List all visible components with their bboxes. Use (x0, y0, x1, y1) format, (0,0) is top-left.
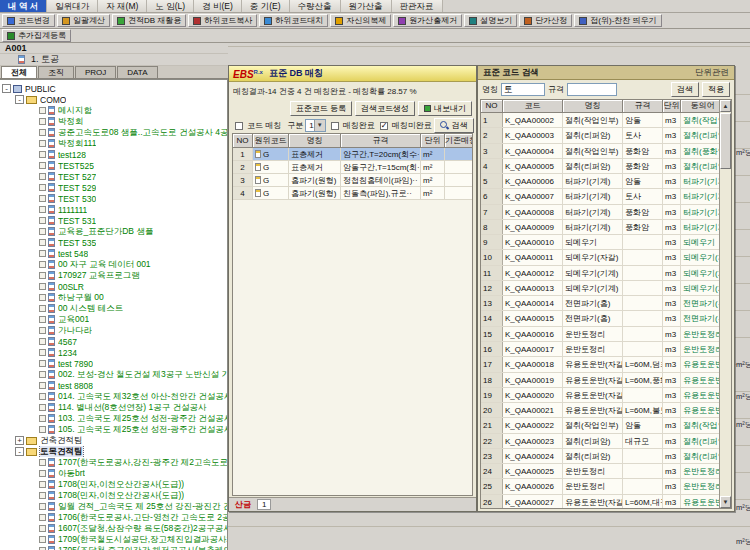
table-row[interactable]: 4K_QAA00005절취(리퍼암)풍화암m3절취(리퍼암) (481, 159, 719, 174)
table-row[interactable]: 16K_QAA00017운반토정리m3운반토정리 (481, 342, 719, 357)
table-row[interactable]: 26K_QAA00027유용토운반(자갈)L=60M,대규모m3유용토운반 (481, 495, 719, 508)
table-row[interactable]: 20K_QAA00021유용토운반(자갈)L=60M,불도저m3유용토운반 (481, 403, 719, 418)
toolbar-button[interactable]: 원가산출제거 (393, 14, 462, 27)
spec-input[interactable] (567, 83, 617, 96)
tree-item[interactable]: 103. 고속국도 제25호선 성전-광주간 건설공사(제1공구) (0, 413, 227, 424)
tree-item[interactable]: 아동brt (0, 468, 227, 479)
tree-item[interactable]: 교육001 (0, 314, 227, 325)
sheet-tab[interactable]: 산금 (235, 499, 251, 510)
table-row[interactable]: 11K_QAA00012되메우기(기계)m3되메우기(기계) (481, 266, 719, 281)
tree-item[interactable]: test 548 (0, 248, 227, 259)
tree-item[interactable]: 공준고속도로08 샘플..고속도로 건설공사 4공구 (3공구) (0, 127, 227, 138)
toolbar-button[interactable]: 설명보기 (464, 14, 517, 27)
table-row[interactable]: 22K_QAA00023절취(리퍼암)대규모m3절취(리퍼암) (481, 434, 719, 449)
code-match-checkbox[interactable] (235, 122, 243, 130)
menu-item[interactable]: 원가산출 (341, 0, 392, 12)
column-header[interactable]: 단위 (663, 100, 681, 113)
menu-item[interactable]: 자 재(M) (98, 0, 147, 12)
column-header[interactable]: 규격 (341, 134, 421, 148)
match-search-button[interactable]: 검색 (434, 118, 474, 133)
tree-item[interactable]: 메시지함 (0, 105, 227, 116)
tree-item[interactable]: 일월 견적_고속국도 제 25호선 강진-광진간 건설공사(1공구) (0, 501, 227, 512)
tree-item[interactable]: TEST 535 (0, 237, 227, 248)
tree-item[interactable]: 박정회111 (0, 138, 227, 149)
vertical-scrollbar[interactable]: ▲ ▼ (719, 100, 731, 508)
toolbar-button[interactable]: 일괄계산 (57, 14, 110, 27)
tree-item[interactable]: 4567 (0, 336, 227, 347)
table-row[interactable]: 1G표층제거암구간,T=20cm(회수·m² (233, 148, 472, 161)
menu-item[interactable]: 일위대가 (47, 0, 98, 12)
scrollbar-track[interactable] (720, 112, 731, 496)
table-row[interactable]: 25K_QAA00026운반토정리m3운반토정리 (481, 479, 719, 494)
tree-item[interactable]: 002. 보성-경산 철도건설 제3공구 노반신설 기타공사 (0, 369, 227, 380)
table-row[interactable]: 14K_QAA00015전면파기(홈)m3전면파기(홈) (481, 311, 719, 326)
tree-item[interactable]: 00 자구 교육 데이터 001 (0, 259, 227, 270)
tree-item[interactable]: TEST 530 (0, 193, 227, 204)
collapse-icon[interactable]: - (15, 95, 24, 104)
scrollbar-thumb[interactable] (720, 113, 731, 169)
unmatched-checkbox[interactable] (380, 122, 388, 130)
toolbar-button[interactable]: 접(위)-찬찬 띄우기 (574, 14, 661, 27)
tree-item[interactable]: TEST 527 (0, 171, 227, 182)
apply-button[interactable]: 적용 (702, 82, 730, 97)
tree-item[interactable]: 가나다라 (0, 325, 227, 336)
tree-item[interactable]: -COMO (0, 94, 227, 105)
table-row[interactable]: 4G홈파기(원형)친돌측(파임),규로··m² (233, 187, 472, 200)
tree-item[interactable]: test128 (0, 149, 227, 160)
name-input[interactable] (501, 83, 545, 96)
tree-item[interactable]: test 8808 (0, 380, 227, 391)
column-header[interactable]: 동의어 (681, 100, 719, 113)
tree-item[interactable]: TEST525 (0, 160, 227, 171)
column-header[interactable]: 단위 (421, 134, 445, 148)
table-row[interactable]: 2G표층제거암돌구간,T=15cm(회··m² (233, 161, 472, 174)
tree-item[interactable]: TEST 529 (0, 182, 227, 193)
tree-item[interactable]: 하남구월 00 (0, 292, 227, 303)
tree-item[interactable]: 00 시스템 테스트 (0, 303, 227, 314)
table-row[interactable]: 2K_QAA00003절취(리퍼암)토사m3절취(리퍼암) (481, 128, 719, 143)
table-row[interactable]: 15K_QAA00016운반토정리m3운반토정리 (481, 327, 719, 342)
menu-item[interactable]: 판관자료 (392, 0, 443, 12)
register-standard-code-button[interactable]: 표준코드 등록 (290, 101, 352, 116)
toolbar-button[interactable]: 코드변경 (2, 14, 55, 27)
tree-item[interactable]: 1709(한국철도시설공단,장고체진입결과공사2(목촌레인)) (0, 534, 227, 545)
table-row[interactable]: 6K_QAA00007터파기(기계)토사m3터파기(기계) (481, 189, 719, 204)
menu-item[interactable]: 수량산출 (290, 0, 341, 12)
tree-item[interactable]: 1708(민자,이천오산간공사(도급)) (0, 490, 227, 501)
tree-item[interactable]: +건축견적팀 (0, 435, 227, 446)
tree-item[interactable]: 105. 고속국도 제25호선 성전-광주간 건설공사(제3공구) (0, 424, 227, 435)
tree-item[interactable]: 170927 교육프로그램 (0, 270, 227, 281)
table-row[interactable]: 17K_QAA00018유용토운반(자갈)L=60M,덤프m3유용토운반 (481, 357, 719, 372)
view-tab[interactable]: PROJ (75, 66, 116, 78)
column-header[interactable]: 기존매칭코드 (445, 134, 473, 148)
tree-item[interactable]: 00SLR (0, 281, 227, 292)
tree-item[interactable]: -PUBLIC (0, 83, 227, 94)
export-button[interactable]: 내보내기 (418, 101, 472, 116)
tree-item[interactable]: 1111111 (0, 204, 227, 215)
table-row[interactable]: 8K_QAA00009터파기(기계)풍화암m3터파기(기계) (481, 220, 719, 235)
table-row[interactable]: 1K_QAA00002절취(작업인부)암돌m3절취(작업인부) (481, 113, 719, 128)
tree-item[interactable]: 교육용_표준단가DB 샘플 (0, 226, 227, 237)
toolbar-button[interactable]: 추가집계등록 (2, 29, 71, 42)
toolbar-button[interactable]: 단가산정 (519, 14, 572, 27)
expand-icon[interactable]: + (15, 436, 24, 445)
column-header[interactable]: 코드 (503, 100, 563, 113)
tree-item[interactable]: 박정회 (0, 116, 227, 127)
table-row[interactable]: 12K_QAA00013되메우기(기계)m3되메우기(기계) (481, 281, 719, 296)
view-tab[interactable]: 조직 (38, 66, 74, 78)
scroll-down-icon[interactable]: ▼ (720, 496, 731, 508)
view-tab[interactable]: 전체 (1, 66, 37, 78)
table-row[interactable]: 3G홈파기(원형)정첩침홈테이(파임)··m² (233, 174, 472, 187)
tree-item[interactable]: 114. 별내선(8호선연장) 1공구 건설공사 (0, 402, 227, 413)
column-header[interactable]: 명칭 (289, 134, 341, 148)
tree-item[interactable]: 1708(민자,이천오산간공사(도급)) (0, 479, 227, 490)
table-row[interactable]: 10K_QAA00011되메우기(자갈)m3되메우기(자갈) (481, 250, 719, 265)
matched-checkbox[interactable] (331, 122, 339, 130)
table-row[interactable]: 24K_QAA00025운반토정리m3운반토정리 (481, 464, 719, 479)
table-row[interactable]: 5K_QAA00006터파기(기계)암돌m3터파기(기계) (481, 174, 719, 189)
code-search-button[interactable]: 검색 (671, 82, 699, 97)
table-row[interactable]: 21K_QAA00022절취(작업인부)암돌m3절취(작업인부) (481, 418, 719, 433)
column-header[interactable]: NO (481, 100, 503, 113)
collapse-icon[interactable]: - (15, 447, 24, 456)
toolbar-button[interactable]: 자신의복제 (330, 14, 391, 27)
tree-item[interactable]: 014. 고속국도 제32호선 아산-천안간 건설공사 (제4공구)(복사본) (0, 391, 227, 402)
